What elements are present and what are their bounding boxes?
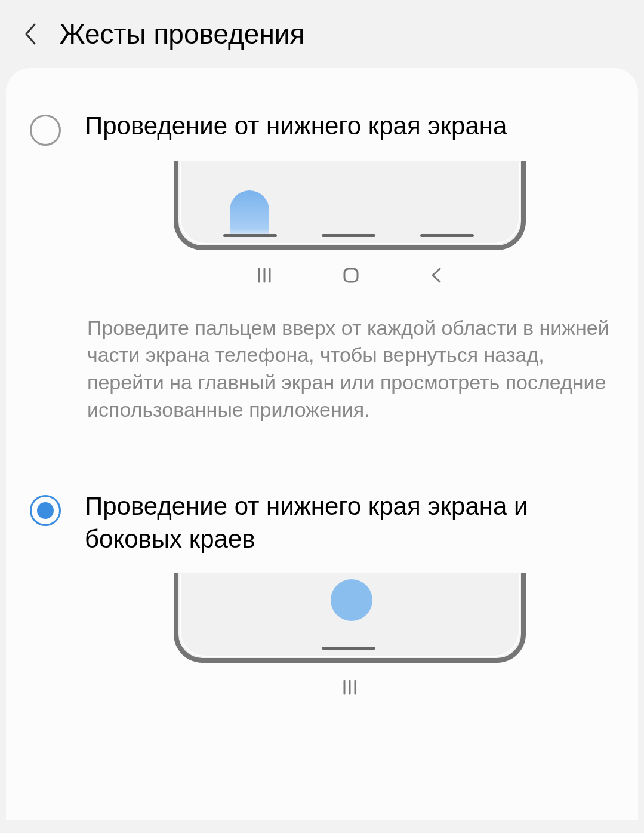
radio-button[interactable] xyxy=(30,115,61,146)
option-swipe-bottom[interactable]: Проведение от нижнего края экрана xyxy=(24,98,620,448)
touch-indicator-icon xyxy=(331,579,372,621)
header: Жесты проведения xyxy=(0,0,644,68)
phone-illustration-three-bars xyxy=(174,161,526,303)
back-icon xyxy=(430,267,442,286)
gesture-bar-icon xyxy=(223,234,277,237)
gesture-bar-icon xyxy=(322,647,375,650)
gesture-bar-icon xyxy=(420,234,474,237)
chevron-left-icon xyxy=(22,22,38,46)
option-title: Проведение от нижнего края экрана xyxy=(85,110,614,143)
recents-icon xyxy=(342,680,358,697)
radio-button-selected[interactable] xyxy=(30,495,61,526)
swipe-indicator-icon xyxy=(230,190,269,238)
option-content: Проведение от нижнего края экрана xyxy=(85,110,614,436)
option-title: Проведение от нижнего края экрана и боко… xyxy=(85,490,614,555)
option-description: Проведите пальцем вверх от каждой област… xyxy=(85,315,614,437)
home-icon xyxy=(343,267,359,286)
phone-illustration-single-bar xyxy=(174,573,526,703)
divider xyxy=(24,460,620,460)
svg-rect-0 xyxy=(344,269,358,282)
option-swipe-bottom-and-sides[interactable]: Проведение от нижнего края экрана и боко… xyxy=(24,478,620,715)
gesture-bar-icon xyxy=(322,234,375,237)
content-card: Проведение от нижнего края экрана xyxy=(6,68,638,820)
page-title: Жесты проведения xyxy=(60,18,304,50)
recents-icon xyxy=(257,268,272,285)
option-content: Проведение от нижнего края экрана и боко… xyxy=(85,490,614,703)
back-button[interactable] xyxy=(18,22,42,46)
